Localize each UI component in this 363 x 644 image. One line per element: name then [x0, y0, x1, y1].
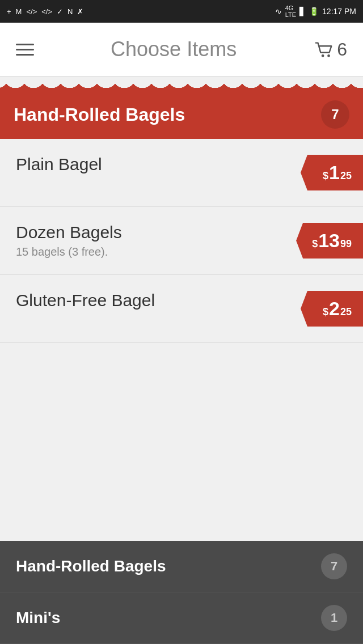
- gmail-icon: M: [16, 7, 22, 16]
- menu-item-info: Dozen Bagels 15 bagels (3 free).: [16, 223, 296, 259]
- bottom-badge: 7: [321, 553, 347, 579]
- price-dollar: $: [323, 306, 328, 318]
- price-main: 1: [329, 162, 340, 184]
- cart-button[interactable]: 6: [313, 39, 347, 60]
- menu-item[interactable]: Gluten-Free Bagel $ 2 25: [0, 275, 363, 343]
- menu-item-name: Plain Bagel: [16, 155, 301, 174]
- bottom-category-name: Mini's: [16, 609, 60, 627]
- price-cents: 25: [340, 306, 352, 318]
- wavy-divider: [0, 77, 363, 90]
- battery-icon: 🔋: [309, 7, 319, 16]
- menu-button[interactable]: [16, 44, 34, 56]
- menu-item-info: Plain Bagel: [16, 155, 301, 177]
- cart-icon: [313, 39, 335, 60]
- check-icon: ✓: [57, 7, 63, 16]
- price-dollar: $: [323, 170, 328, 182]
- page-title: Choose Items: [111, 37, 237, 61]
- menu-item-name: Dozen Bagels: [16, 223, 296, 242]
- bottom-badge: 1: [321, 605, 347, 631]
- network-icon: 4GLTE: [285, 5, 296, 18]
- spacer: [0, 343, 363, 377]
- price-tag: $ 1 25: [301, 155, 363, 190]
- price-main: 13: [318, 230, 340, 252]
- price-tag: $ 13 99: [296, 223, 363, 259]
- status-bar: + M </> </> ✓ N ✗ ∿ 4GLTE ▋ 🔋 12:17 PM: [0, 0, 363, 23]
- menu-section: Plain Bagel $ 1 25 Dozen Bagels 15 bagel…: [0, 139, 363, 541]
- time-display: 12:17 PM: [322, 7, 356, 16]
- price-dollar: $: [312, 238, 318, 250]
- code2-icon: </>: [41, 7, 52, 16]
- bottom-category-item[interactable]: Mini's 1: [0, 592, 363, 644]
- cart-count: 6: [337, 39, 347, 60]
- add-icon: +: [7, 7, 11, 16]
- menu-item-name: Gluten-Free Bagel: [16, 291, 301, 310]
- x-icon: ✗: [77, 7, 83, 16]
- hamburger-line-2: [16, 49, 34, 50]
- bottom-category-list: Hand-Rolled Bagels 7 Mini's 1: [0, 541, 363, 644]
- status-bar-left: + M </> </> ✓ N ✗: [7, 7, 83, 16]
- code-icon: </>: [26, 7, 37, 16]
- category-title: Hand-Rolled Bagels: [14, 104, 185, 125]
- bottom-category-name: Hand-Rolled Bagels: [16, 557, 166, 575]
- top-nav: Choose Items 6: [0, 23, 363, 77]
- price-cents: 25: [340, 170, 352, 182]
- hamburger-line-3: [16, 54, 34, 56]
- bottom-category-item[interactable]: Hand-Rolled Bagels 7: [0, 541, 363, 592]
- price-tag: $ 2 25: [301, 291, 363, 327]
- price-cents: 99: [340, 238, 352, 250]
- nfc-icon: N: [67, 7, 73, 16]
- signal-icon: ▋: [299, 7, 306, 16]
- menu-item-desc: 15 bagels (3 free).: [16, 245, 296, 259]
- wifi-icon: ∿: [275, 7, 282, 16]
- hamburger-line-1: [16, 44, 34, 45]
- menu-item[interactable]: Plain Bagel $ 1 25: [0, 139, 363, 207]
- category-badge: 7: [321, 100, 349, 129]
- menu-item-info: Gluten-Free Bagel: [16, 291, 301, 313]
- price-main: 2: [329, 298, 340, 320]
- main-content: Choose Items 6 Hand-Rolled Bagels 7 Plai…: [0, 23, 363, 644]
- category-header: Hand-Rolled Bagels 7: [0, 90, 363, 139]
- svg-point-0: [322, 54, 324, 57]
- svg-point-1: [327, 54, 330, 57]
- menu-item[interactable]: Dozen Bagels 15 bagels (3 free). $ 13 99: [0, 207, 363, 275]
- status-bar-right: ∿ 4GLTE ▋ 🔋 12:17 PM: [275, 5, 356, 18]
